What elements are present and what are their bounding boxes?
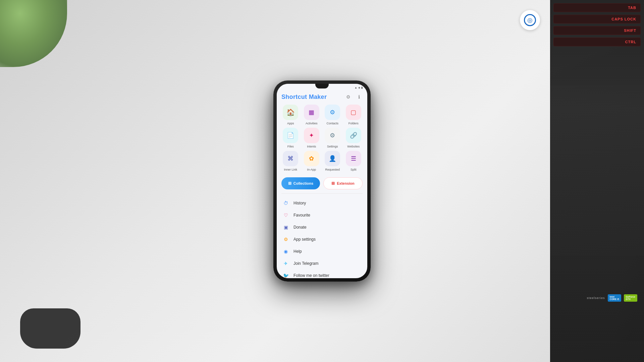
- watermark-icon: ◎: [524, 14, 536, 26]
- grid-item-activities[interactable]: ▦ Activities: [303, 105, 321, 125]
- files-icon-wrapper: 📄: [283, 128, 298, 143]
- contacts-label: Contacts: [326, 122, 338, 125]
- inapp-icon-wrapper: ✿: [304, 151, 319, 166]
- app-header: Shortcut Maker ⚙ ℹ: [277, 91, 367, 103]
- gamepad-decoration: [20, 308, 80, 349]
- appsettings-icon: ⚙: [283, 236, 289, 242]
- intents-icon-wrapper: ✦: [304, 128, 319, 143]
- websites-label: Websites: [347, 145, 360, 148]
- contacts-icon-wrapper: ⚙: [325, 105, 340, 120]
- innerlink-icon-wrapper: ⌘: [283, 151, 298, 166]
- collections-button[interactable]: ⊞ Collections: [281, 177, 320, 189]
- grid-item-split[interactable]: ☰ Split: [344, 151, 363, 171]
- folders-icon-wrapper: ▢: [346, 105, 361, 120]
- header-icons: ⚙ ℹ: [344, 93, 363, 101]
- collections-icon: ⊞: [288, 181, 291, 186]
- keyboard-keys: TAB CAPS LOCK SHIFT CTRL: [550, 0, 644, 50]
- battery-icon: ▮: [361, 86, 363, 89]
- key-shift: SHIFT: [553, 26, 641, 35]
- files-icon: 📄: [287, 132, 294, 139]
- grid-row-2: 📄 Files ✦ Intents ⚙ Settin: [281, 128, 363, 148]
- favourite-label: Favourite: [293, 213, 310, 218]
- requested-label: Requested: [325, 168, 340, 171]
- key-ctrl: CTRL: [553, 38, 641, 46]
- phone-notch: [315, 84, 329, 88]
- menu-section: ⏱ History ♡ Favourite ▣ Donate ⚙ App set…: [277, 196, 367, 278]
- menu-item-telegram[interactable]: ✈ Join Telegram: [281, 257, 363, 269]
- extension-button[interactable]: ⊞ Extension: [323, 177, 363, 189]
- info-header-icon[interactable]: ℹ: [355, 93, 363, 101]
- key-tab: TAB: [553, 3, 641, 12]
- split-icon-wrapper: ☰: [346, 151, 361, 166]
- intents-icon: ✦: [309, 132, 314, 139]
- grid-item-innerlink[interactable]: ⌘ Inner Link: [281, 151, 300, 171]
- menu-item-appsettings[interactable]: ⚙ App settings: [281, 233, 363, 245]
- help-icon: ◉: [283, 248, 289, 254]
- twitter-label: Follow me on twitter: [293, 273, 329, 278]
- help-label: Help: [293, 249, 302, 254]
- folders-label: Folders: [348, 122, 359, 125]
- websites-icon-wrapper: 🔗: [346, 128, 361, 143]
- appsettings-label: App settings: [293, 237, 316, 242]
- menu-item-help[interactable]: ◉ Help: [281, 245, 363, 257]
- laptop-decoration: TAB CAPS LOCK SHIFT CTRL steelseries Int…: [550, 0, 644, 362]
- phone-screen: ▲ ◈ ▮ Shortcut Maker ⚙ ℹ: [277, 84, 367, 278]
- apps-icon-wrapper: 🏠: [283, 105, 298, 120]
- innerlink-icon: ⌘: [287, 155, 293, 162]
- files-label: Files: [287, 145, 294, 148]
- grid-item-files[interactable]: 📄 Files: [281, 128, 300, 148]
- menu-divider: [281, 193, 363, 194]
- activities-label: Activities: [306, 122, 318, 125]
- grid-item-inapp[interactable]: ✿ In-App: [303, 151, 321, 171]
- collections-label: Collections: [293, 181, 313, 185]
- action-buttons: ⊞ Collections ⊞ Extension: [277, 175, 367, 191]
- steelseries-area: steelseries IntelCORE i5 GeForceGTX: [587, 294, 637, 302]
- settings-header-icon[interactable]: ⚙: [344, 93, 352, 101]
- intel-badge: IntelCORE i5: [608, 294, 621, 302]
- split-icon: ☰: [351, 155, 356, 162]
- inapp-icon: ✿: [309, 155, 314, 162]
- activities-icon-wrapper: ▦: [304, 105, 319, 120]
- grid-item-intents[interactable]: ✦ Intents: [303, 128, 321, 148]
- grid-item-folders[interactable]: ▢ Folders: [344, 105, 363, 125]
- grid-row-1: 🏠 Apps ▦ Activities ⚙ Cont: [281, 105, 363, 125]
- history-label: History: [293, 201, 306, 205]
- phone-device: ▲ ◈ ▮ Shortcut Maker ⚙ ℹ: [273, 80, 371, 282]
- contacts-icon: ⚙: [330, 109, 335, 116]
- history-icon: ⏱: [283, 200, 289, 206]
- menu-item-favourite[interactable]: ♡ Favourite: [281, 209, 363, 221]
- extension-label: Extension: [337, 181, 355, 185]
- watermark: ◎: [520, 10, 540, 30]
- activities-icon: ▦: [309, 109, 314, 116]
- wifi-icon: ◈: [358, 86, 360, 89]
- settings-label: Settings: [327, 145, 338, 148]
- folders-icon: ▢: [351, 109, 356, 116]
- grid-item-apps[interactable]: 🏠 Apps: [281, 105, 300, 125]
- favourite-icon: ♡: [283, 212, 289, 218]
- donate-label: Donate: [293, 225, 307, 230]
- grid-item-websites[interactable]: 🔗 Websites: [344, 128, 363, 148]
- requested-icon-wrapper: 👤: [325, 151, 340, 166]
- menu-item-twitter[interactable]: 🐦 Follow me on twitter: [281, 269, 363, 278]
- grid-item-settings[interactable]: ⚙ Settings: [323, 128, 342, 148]
- telegram-icon: ✈: [283, 260, 289, 266]
- websites-icon: 🔗: [350, 132, 357, 139]
- menu-item-history[interactable]: ⏱ History: [281, 197, 363, 209]
- nvidia-badge: GeForceGTX: [624, 294, 637, 302]
- settings-icon-wrapper: ⚙: [325, 128, 340, 143]
- status-icons: ▲ ◈ ▮: [355, 86, 363, 89]
- grid-item-contacts[interactable]: ⚙ Contacts: [323, 105, 342, 125]
- grid-row-3: ⌘ Inner Link ✿ In-App 👤 Re: [281, 151, 363, 171]
- app-title: Shortcut Maker: [281, 94, 327, 101]
- twitter-icon: 🐦: [283, 273, 289, 278]
- settings-icon: ⚙: [330, 132, 335, 139]
- signal-icon: ▲: [355, 86, 357, 89]
- extension-icon: ⊞: [331, 181, 335, 186]
- intents-label: Intents: [307, 145, 316, 148]
- grid-section: 🏠 Apps ▦ Activities ⚙ Cont: [277, 103, 367, 175]
- menu-item-donate[interactable]: ▣ Donate: [281, 221, 363, 233]
- innerlink-label: Inner Link: [284, 168, 297, 171]
- donate-icon: ▣: [283, 224, 289, 230]
- grid-item-requested[interactable]: 👤 Requested: [323, 151, 342, 171]
- apps-label: Apps: [287, 122, 294, 125]
